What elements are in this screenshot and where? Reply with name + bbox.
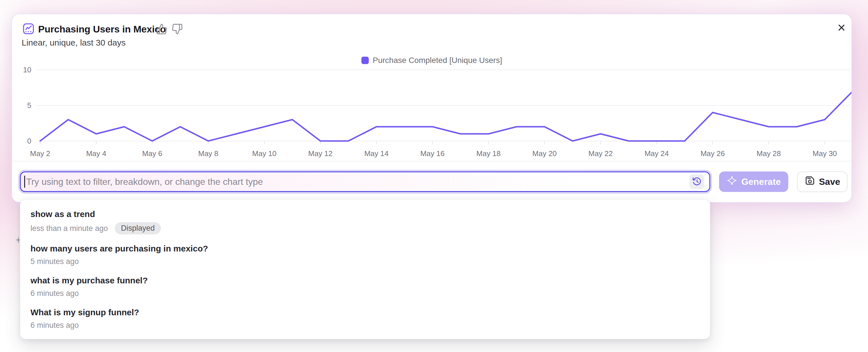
x-tick-label: May 22	[588, 149, 613, 158]
y-tick-label: 10	[23, 65, 31, 74]
history-item[interactable]: how many users are purchasing in mexico?…	[20, 239, 710, 270]
prompt-input[interactable]	[20, 171, 710, 192]
x-tick-label: May 6	[142, 149, 162, 158]
trend-line	[40, 91, 851, 141]
page-background: Purchasing Users in Mexico Linear	[0, 0, 868, 352]
displayed-badge: Displayed	[115, 222, 161, 234]
history-item-title: how many users are purchasing in mexico?	[30, 243, 700, 254]
history-dropdown: show as a trend less than a minute ago D…	[20, 199, 710, 339]
generate-button[interactable]: Generate	[719, 171, 788, 192]
text-caret	[24, 176, 25, 188]
history-item[interactable]: What is my signup funnel? 6 minutes ago	[20, 302, 710, 334]
history-clock-icon	[692, 176, 702, 187]
x-tick-label: May 28	[757, 149, 781, 158]
sparkle-icon	[726, 175, 737, 188]
history-button[interactable]	[689, 174, 704, 189]
x-tick-label: May 10	[252, 149, 277, 158]
x-tick-label: May 16	[420, 149, 444, 158]
x-tick-label: May 8	[198, 149, 218, 158]
x-tick-label: May 24	[645, 149, 669, 158]
page-title: Purchasing Users in Mexico	[38, 23, 166, 35]
thumbs-down-button[interactable]	[172, 23, 183, 35]
generate-button-label: Generate	[741, 177, 781, 187]
chart-prompt-divider	[12, 161, 851, 161]
save-floppy-icon	[805, 175, 815, 188]
save-button[interactable]: Save	[797, 171, 847, 192]
x-tick-label: May 14	[364, 149, 389, 158]
history-item-title: What is my signup funnel?	[30, 307, 700, 318]
prompt-text-field[interactable]	[26, 173, 709, 191]
thumbs-up-icon	[156, 31, 167, 36]
close-icon	[836, 30, 847, 34]
close-button[interactable]	[836, 22, 847, 34]
x-tick-label: May 20	[532, 149, 557, 158]
trend-chart-icon	[22, 23, 35, 35]
insight-card: Purchasing Users in Mexico Linear	[12, 14, 851, 202]
history-item-time: less than a minute ago	[30, 224, 108, 233]
y-tick-label: 0	[27, 137, 31, 145]
x-tick-label: May 2	[30, 149, 51, 158]
thumbs-up-button[interactable]	[156, 23, 167, 35]
x-tick-label: May 30	[813, 149, 837, 158]
save-button-label: Save	[819, 177, 840, 187]
x-tick-label: May 18	[476, 149, 501, 158]
x-tick-label: May 26	[701, 149, 725, 158]
history-item[interactable]: what is my purchase funnel? 6 minutes ag…	[20, 270, 710, 302]
history-item-time: 6 minutes ago	[30, 320, 79, 330]
history-item-title: show as a trend	[30, 209, 700, 220]
history-item-title: what is my purchase funnel?	[30, 275, 700, 286]
history-item[interactable]: show as a trend less than a minute ago D…	[20, 204, 710, 239]
history-item-time: 5 minutes ago	[30, 257, 79, 266]
x-tick-label: May 12	[308, 149, 332, 158]
x-tick-label: May 4	[86, 149, 106, 158]
thumbs-down-icon	[172, 31, 183, 36]
trend-chart-svg: 0510May 2May 4May 6May 8May 10May 12May …	[12, 57, 851, 165]
y-tick-label: 5	[27, 101, 31, 110]
history-item-time: 6 minutes ago	[30, 288, 79, 298]
chart-subtitle: Linear, unique, last 30 days	[22, 38, 126, 48]
